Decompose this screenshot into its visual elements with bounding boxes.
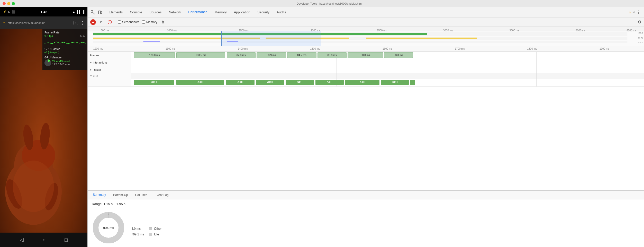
bottom-content: Range: 1.15 s – 1.95 s <box>88 199 644 247</box>
vline-raster-7 <box>603 66 603 73</box>
memory-checkbox-label: Memory <box>146 20 157 24</box>
gpu-block-6[interactable]: GPU <box>345 80 379 85</box>
device-toolbar-icon[interactable] <box>96 9 104 16</box>
raster-expand-arrow[interactable]: ▶ <box>90 68 92 71</box>
memory-checkbox-group[interactable]: Memory <box>142 20 157 24</box>
window-title: Developer Tools - https://localhost:5000… <box>17 2 641 5</box>
menu-icon[interactable]: ⋮ <box>80 20 85 26</box>
memory-checkbox[interactable] <box>142 20 145 24</box>
other-color-swatch <box>149 227 152 230</box>
battery-icon: ▐ <box>82 10 84 13</box>
main-timeline: 1200 ms 1300 ms 1400 ms 1500 ms 1600 ms … <box>88 46 644 190</box>
tab-performance[interactable]: Performance <box>185 7 211 17</box>
inspect-element-icon[interactable] <box>89 9 96 16</box>
frame-block-1[interactable]: 133.5 ms <box>176 52 225 58</box>
timeline-area: 500 ms 1000 ms 1500 ms 2000 ms 2500 ms 3… <box>88 27 644 247</box>
recents-nav-icon[interactable]: □ <box>65 237 68 243</box>
frame-block-3[interactable]: 83.9 ms <box>257 52 286 58</box>
frame-block-5[interactable]: 83.8 ms <box>318 52 347 58</box>
overview-charts[interactable]: FPS CPU NET <box>88 31 644 46</box>
vline-int-3 <box>337 59 337 66</box>
vline-gpub-5 <box>470 79 470 86</box>
settings-icon[interactable]: ⋮ <box>636 10 640 15</box>
frame-block-2[interactable]: 82.0 ms <box>227 52 256 58</box>
frame-block-0[interactable]: 130.0 ms <box>134 52 175 58</box>
phone-addressbar: ⚠ https://localhost:5000/badblur 1 ⋮ <box>0 16 87 29</box>
timeline-mark-1800ms: 1800 ms <box>527 47 537 50</box>
frame-block-4[interactable]: 84.2 ms <box>287 52 316 58</box>
tab-count-badge[interactable]: 1 <box>74 21 78 25</box>
gpu-block-0[interactable]: GPU <box>134 80 174 85</box>
bottom-panel: Summary Bottom-Up Call Tree Event Log Ra… <box>88 190 644 247</box>
other-value: 4.9 ms <box>131 227 147 231</box>
gpu-block-2[interactable]: GPU <box>226 80 255 85</box>
phone-navbar: ◁ ○ □ <box>0 233 87 247</box>
vline-int-1 <box>203 59 203 66</box>
performance-toolbar: ● ↺ 🚫 Screenshots Memory 🗑 ⚙ <box>88 17 644 27</box>
vline-5 <box>470 52 470 59</box>
maximize-button[interactable] <box>12 2 15 5</box>
back-nav-icon[interactable]: ◁ <box>20 237 24 243</box>
tab-elements[interactable]: Elements <box>105 7 126 17</box>
tab-network[interactable]: Network <box>165 7 185 17</box>
record-button[interactable]: ● <box>90 19 96 25</box>
interactions-expand-arrow[interactable]: ▶ <box>90 61 92 64</box>
screenshots-checkbox[interactable] <box>118 20 121 24</box>
tab-application[interactable]: Application <box>230 7 254 17</box>
gpu-block-3[interactable]: GPU <box>256 80 284 85</box>
gpu-blocks-row: GPU GPU GPU GPU GPU GPU GPU GPU <box>88 79 644 87</box>
memory-values: 27.4 MB used 192.0 MB max <box>52 60 70 66</box>
gpu-block-4[interactable]: GPU <box>286 80 314 85</box>
tab-console[interactable]: Console <box>126 7 146 17</box>
fps-value: 9.6 fps <box>44 34 53 38</box>
tab-security[interactable]: Security <box>254 7 273 17</box>
window-controls[interactable] <box>3 2 15 5</box>
summary-legend: 4.9 ms Other 799.1 ms Idle <box>131 219 162 236</box>
donut-center-label: 804 ms <box>103 226 114 230</box>
gpu-block-1[interactable]: GPU <box>176 80 224 85</box>
status-icons-left: ⚡ N ⬛ <box>3 10 15 14</box>
svg-rect-18 <box>93 41 627 43</box>
vline-raster-2 <box>270 66 270 73</box>
settings-gear-button[interactable]: ⚙ <box>638 20 641 24</box>
devtools-tabbar: Elements Console Sources Network Perform… <box>88 7 644 17</box>
gpu-block-8[interactable] <box>410 80 415 85</box>
fps-range: 6-12 <box>80 34 85 37</box>
screenshots-checkbox-group[interactable]: Screenshots <box>118 20 139 24</box>
raster-row-content <box>131 66 644 73</box>
devtools-panel: Elements Console Sources Network Perform… <box>87 7 644 247</box>
clear-button[interactable]: 🚫 <box>107 19 112 25</box>
svg-rect-10 <box>98 11 101 14</box>
raster-row-label: ▶ Raster <box>88 66 131 73</box>
tab-summary[interactable]: Summary <box>89 191 110 199</box>
address-url[interactable]: https://localhost:5000/badblur <box>8 21 71 24</box>
reload-record-button[interactable]: ↺ <box>98 19 104 25</box>
gpu-raster-section: GPU Raster off (viewport) <box>44 47 85 54</box>
timeline-mark-1500ms: 1500 ms <box>310 47 320 50</box>
minimize-button[interactable] <box>7 2 10 5</box>
home-nav-icon[interactable]: ○ <box>42 237 46 243</box>
gpu-block-5[interactable]: GPU <box>315 80 344 85</box>
frame-block-6[interactable]: 98.0 ms <box>348 52 383 58</box>
tab-sources[interactable]: Sources <box>146 7 165 17</box>
frame-block-7[interactable]: 83.0 ms <box>384 52 413 58</box>
tab-call-tree[interactable]: Call Tree <box>132 191 151 199</box>
vline-gpub-6 <box>536 79 537 86</box>
raster-row: ▶ Raster <box>88 66 644 73</box>
gpu-block-7[interactable]: GPU <box>381 80 409 85</box>
selection-overlay[interactable] <box>221 31 321 46</box>
legend-item-other: 4.9 ms Other <box>131 227 162 231</box>
tab-memory[interactable]: Memory <box>211 7 230 17</box>
vline-7 <box>603 52 603 59</box>
gpu-blocks-row-content[interactable]: GPU GPU GPU GPU GPU GPU GPU GPU <box>131 79 644 86</box>
overview-fps-chart <box>88 31 644 46</box>
tab-event-log[interactable]: Event Log <box>151 191 172 199</box>
tab-bottom-up[interactable]: Bottom-Up <box>110 191 131 199</box>
gpu-expand-arrow[interactable]: ▼ <box>90 75 92 77</box>
fps-section: Frame Rate 9.6 fps 6-12 <box>44 31 85 45</box>
close-button[interactable] <box>3 2 6 5</box>
frames-row-content[interactable]: 130.0 ms 133.5 ms 82.0 ms 83.9 ms 84.2 m… <box>131 52 644 59</box>
clear-recording-button[interactable]: 🗑 <box>160 19 166 25</box>
net-chart-label: NET <box>638 41 643 44</box>
tab-audits[interactable]: Audits <box>273 7 289 17</box>
